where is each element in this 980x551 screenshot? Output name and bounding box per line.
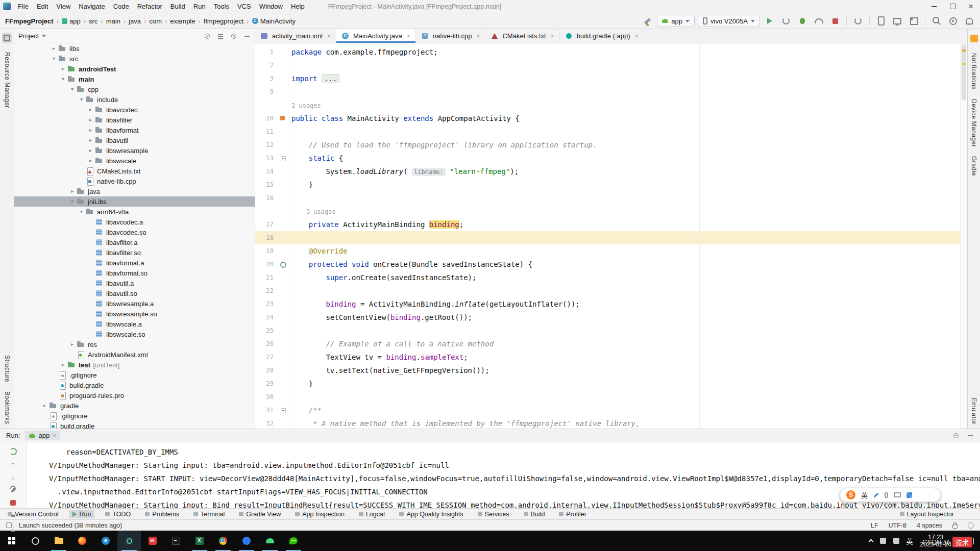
rerun-button[interactable] (7, 446, 19, 457)
code-line-32[interactable]: 32 * A native method that is implemented… (255, 417, 967, 429)
code-line-3[interactable]: 3import ... (255, 72, 967, 85)
tab-cmakelists-txt[interactable]: CMakeLists.txt (485, 29, 559, 43)
fold-marker-icon[interactable] (279, 152, 288, 165)
breadcrumb-item-example[interactable]: example (169, 17, 196, 25)
toolwindow-logcat[interactable]: Logcat (355, 510, 389, 518)
code-inlay-hint[interactable]: 3 usages (255, 205, 967, 218)
fold-marker-icon[interactable] (279, 404, 288, 417)
tree-item-libavutil[interactable]: libavutil (14, 135, 255, 145)
tree-item-libavformat[interactable]: libavformat (14, 125, 255, 135)
tree-item-libavformat-a[interactable]: libavformat.a (14, 258, 255, 268)
tree-item-build-gradle[interactable]: build.gradle (14, 380, 255, 390)
run-config-select[interactable]: app (657, 15, 695, 27)
tool-strip-structure[interactable]: Structure (4, 355, 11, 382)
console-output[interactable]: reason=DEACTIVATED_BY_IMMSV/InputMethodM… (27, 442, 980, 508)
class-gutter-icon[interactable] (279, 112, 288, 125)
tree-item-libswresample-so[interactable]: libswresample.so (14, 309, 255, 319)
breadcrumb-item-app[interactable]: app (61, 17, 82, 25)
taskbar-excel[interactable] (188, 531, 211, 551)
tool-strip-gradle[interactable]: Gradle (970, 156, 977, 176)
tree-item-include[interactable]: include (14, 94, 255, 105)
chevron-down-icon[interactable] (78, 94, 85, 105)
tab-mainactivity-java[interactable]: MainActivity.java (336, 29, 416, 43)
close-tab-icon[interactable] (407, 33, 410, 39)
close-tab-icon[interactable] (476, 33, 480, 39)
close-run-tab-icon[interactable] (53, 432, 56, 439)
tree-item-libavcodec-so[interactable]: libavcodec.so (14, 227, 255, 237)
profile-button[interactable] (812, 15, 825, 27)
ime-toolbox-icon[interactable] (906, 492, 912, 498)
tree-item-cpp[interactable]: cpp (14, 84, 255, 94)
code-line-9[interactable]: 9 (255, 85, 967, 98)
code-line-2[interactable]: 2 (255, 59, 967, 72)
code-line-16[interactable]: 16 (255, 191, 967, 205)
build-hammer-button[interactable] (641, 15, 654, 27)
taskbar-start[interactable] (0, 531, 23, 551)
toolwindow-layout-inspector[interactable]: Layout Inspector (896, 510, 958, 518)
collapse-all-button[interactable] (217, 33, 224, 40)
taskbar-cortana[interactable] (23, 531, 47, 551)
ime-lang-toggle[interactable]: 英 (861, 490, 868, 500)
ime-pen-icon[interactable] (874, 492, 879, 497)
chevron-right-icon[interactable] (87, 115, 94, 125)
tree-item-main[interactable]: main (14, 74, 255, 84)
run-button[interactable] (763, 15, 776, 27)
chevron-right-icon[interactable] (68, 339, 76, 349)
breadcrumb-item-mainactivity[interactable]: MainActivity (251, 17, 297, 25)
chevron-down-icon[interactable] (50, 54, 58, 64)
search-everywhere-button[interactable] (930, 15, 943, 27)
run-settings-button[interactable] (952, 432, 960, 439)
tree-item-arm64-v8a[interactable]: arm64-v8a (14, 207, 255, 217)
tree-item-native-lib-cpp[interactable]: native-lib.cpp (14, 176, 255, 186)
code-line-23[interactable]: 23 binding = ActivityMainBinding.inflate… (255, 297, 967, 311)
code-line-21[interactable]: 21 super.onCreate(savedInstanceState); (255, 271, 967, 284)
toolwindow-app-quality-insights[interactable]: App Quality Insights (396, 510, 467, 518)
toolwindow-gradle-view[interactable]: Gradle View (235, 510, 284, 518)
tree-item-libavutil-so[interactable]: libavutil.so (14, 288, 255, 298)
chevron-right-icon[interactable] (68, 186, 76, 196)
taskbar-wechat[interactable] (282, 531, 305, 551)
device-select[interactable]: vivo V2005A (698, 15, 760, 27)
menu-navigate[interactable]: Navigate (75, 3, 109, 10)
chevron-down-icon[interactable] (59, 74, 67, 84)
sync-gradle-button[interactable] (851, 15, 865, 27)
code-line-15[interactable]: 15 } (255, 178, 967, 191)
chevron-right-icon[interactable] (50, 43, 58, 54)
override-gutter-icon[interactable] (279, 258, 288, 271)
breadcrumb-item-main[interactable]: main (105, 17, 121, 25)
breadcrumb-item-src[interactable]: src (88, 17, 99, 25)
tree-item-libswresample-a[interactable]: libswresample.a (14, 298, 255, 309)
hide-panel-button[interactable] (243, 33, 251, 40)
chevron-right-icon[interactable] (59, 360, 67, 370)
tab-build-gradle-app-[interactable]: build.gradle (:app) (560, 29, 644, 43)
taskbar-blue-app[interactable] (235, 531, 258, 551)
menu-file[interactable]: File (14, 3, 33, 10)
breadcrumb-item-com[interactable]: com (148, 17, 163, 25)
stop-button[interactable] (828, 15, 842, 27)
status-4-spaces[interactable]: 4 spaces (917, 522, 942, 529)
menu-refactor[interactable]: Refactor (133, 3, 166, 10)
code-line-1[interactable]: 1package com.example.ffmpegproject; (255, 45, 967, 59)
menu-build[interactable]: Build (166, 3, 189, 10)
notifications-tool-button[interactable] (969, 33, 979, 44)
tree-item--gitignore[interactable]: .gitignore (14, 411, 255, 421)
code-line-24[interactable]: 24 setContentView(binding.getRoot()); (255, 311, 967, 324)
menu-code[interactable]: Code (109, 3, 133, 10)
toolwindow-run[interactable]: Run (69, 510, 94, 518)
menu-edit[interactable]: Edit (33, 3, 52, 10)
toolwindow-problems[interactable]: Problems (141, 510, 183, 518)
status-utf-8[interactable]: UTF-8 (889, 522, 906, 529)
tree-item-libavfilter[interactable]: libavfilter (14, 115, 255, 125)
code-line-20[interactable]: 20 protected void onCreate(Bundle savedI… (255, 258, 967, 271)
taskbar-firefox[interactable] (70, 531, 94, 551)
tree-item-libavcodec-a[interactable]: libavcodec.a (14, 217, 255, 227)
taskbar-terminal[interactable] (164, 531, 188, 551)
tree-item-libswscale-a[interactable]: libswscale.a (14, 319, 255, 329)
tree-item-build-gradle[interactable]: build.gradle (14, 421, 255, 429)
chevron-right-icon[interactable] (41, 400, 48, 411)
tool-strip-emulator[interactable]: Emulator (970, 398, 977, 424)
tool-strip-notifications[interactable]: Notifications (970, 53, 977, 90)
stop-button[interactable] (7, 497, 19, 508)
taskbar-android-emulator[interactable] (258, 531, 282, 551)
minimize-button[interactable] (925, 0, 943, 13)
